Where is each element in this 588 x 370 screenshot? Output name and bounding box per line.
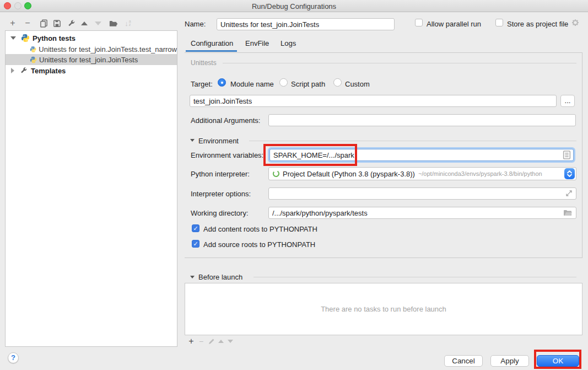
checkmark-icon: ✓ (193, 240, 198, 247)
annotation-box-env-vars (263, 144, 357, 166)
group-divider (223, 63, 576, 63)
move-task-up-icon[interactable] (217, 337, 225, 346)
interpreter-path: ~/opt/miniconda3/envs/pyspark-3.8/bin/py… (418, 170, 542, 177)
triangle-down-icon (95, 22, 101, 25)
working-directory-label: Working directory: (191, 209, 249, 217)
plus-icon: + (10, 18, 15, 28)
minus-icon: − (199, 337, 203, 346)
plus-icon: + (188, 336, 193, 346)
triangle-up-icon (218, 340, 224, 343)
interpreter-dropdown-arrows-icon[interactable] (564, 168, 575, 179)
wrench-icon (67, 19, 75, 28)
tree-item-templates[interactable]: Templates (6, 65, 177, 76)
before-launch-header: Before launch (198, 273, 242, 281)
sort-configurations-icon[interactable]: ↓ az (123, 18, 133, 28)
browse-folder-icon[interactable] (563, 209, 572, 216)
pencil-icon (208, 338, 215, 345)
target-custom-radio[interactable] (333, 78, 342, 87)
tree-item-label: Unittests for test_join.JoinTests (39, 56, 138, 64)
environment-header: Environment (198, 137, 239, 145)
tree-item-unittests-jointests-selected[interactable]: Unittests for test_join.JoinTests (6, 54, 177, 65)
checkmark-icon: ✓ (193, 225, 198, 232)
conda-env-icon (272, 170, 280, 178)
tree-item-python-tests[interactable]: Python tests (6, 33, 177, 44)
caret-closed-icon[interactable] (11, 68, 14, 73)
target-custom-label: Custom (345, 80, 370, 88)
section-divider (249, 141, 576, 141)
move-up-icon[interactable] (79, 18, 89, 28)
edit-templates-icon[interactable] (66, 18, 76, 28)
section-divider (253, 277, 576, 277)
tab-configuration[interactable]: Configuration (191, 39, 233, 50)
copy-icon (40, 19, 48, 28)
unittests-group-label: Unittests (191, 59, 217, 67)
target-module-input[interactable] (190, 95, 557, 107)
sort-arrow-icon: ↓ (125, 19, 128, 28)
caret-open-icon[interactable] (10, 36, 16, 40)
store-options-gear-icon[interactable] (571, 18, 580, 27)
before-launch-collapse-icon[interactable] (190, 276, 195, 278)
tab-logs[interactable]: Logs (280, 39, 296, 50)
store-as-project-file-checkbox[interactable] (495, 19, 503, 26)
allow-parallel-run-checkbox[interactable] (415, 19, 423, 26)
apply-button[interactable]: Apply (490, 355, 529, 367)
tree-item-label: Templates (31, 67, 66, 75)
python-icon (30, 56, 37, 63)
target-script-path-label: Script path (291, 80, 325, 88)
additional-arguments-label: Additional Arguments: (191, 116, 260, 125)
tab-envfile[interactable]: EnvFile (245, 39, 269, 50)
interpreter-options-label: Interpreter options: (191, 190, 251, 198)
target-script-path-radio[interactable] (279, 78, 288, 87)
tree-item-label: Unittests for test_join.JoinTests.test_n… (39, 45, 177, 53)
add-content-roots-checkbox[interactable]: ✓ (192, 224, 199, 232)
allow-parallel-run-label: Allow parallel run (427, 20, 481, 28)
before-launch-empty-text: There are no tasks to run before launch (321, 305, 446, 313)
triangle-up-icon (81, 22, 88, 25)
expand-field-icon[interactable] (565, 190, 573, 197)
add-task-icon[interactable]: + (187, 337, 196, 346)
additional-arguments-input[interactable] (268, 114, 576, 126)
add-configuration-icon[interactable]: + (8, 18, 18, 28)
sort-az-icon: az (129, 20, 131, 26)
wrench-icon (20, 67, 28, 74)
move-task-down-icon[interactable] (226, 337, 235, 346)
python-icon (30, 46, 36, 53)
triangle-down-icon (228, 340, 233, 343)
annotation-box-ok-button (534, 350, 581, 369)
browse-target-button[interactable]: ... (560, 95, 575, 107)
configurations-tree: Python tests Unittests for test_join.Joi… (5, 30, 177, 347)
python-interpreter-label: Python interpreter: (191, 170, 250, 178)
store-as-project-file-label: Store as project file (507, 20, 568, 28)
help-button[interactable]: ? (8, 352, 19, 363)
name-label: Name: (185, 20, 206, 28)
create-folder-icon[interactable] (109, 18, 118, 28)
environment-collapse-icon[interactable] (190, 139, 195, 142)
target-module-name-label: Module name (230, 80, 274, 88)
active-tab-underline (186, 50, 237, 52)
edit-task-icon[interactable] (207, 337, 216, 346)
before-launch-task-list: There are no tasks to run before launch (185, 283, 582, 335)
add-content-roots-label: Add content roots to PYTHONPATH (203, 225, 317, 233)
move-down-icon[interactable] (93, 18, 103, 28)
folder-plus-icon (109, 19, 118, 28)
environment-variables-label: Environment variables: (191, 151, 263, 159)
remove-task-icon[interactable]: − (197, 337, 206, 346)
remove-configuration-icon[interactable]: − (23, 18, 33, 28)
name-input[interactable] (217, 18, 395, 30)
minus-icon: − (25, 18, 30, 28)
interpreter-value: Project Default (Python 3.8 (pyspark-3.8… (283, 170, 415, 178)
save-icon (53, 19, 61, 28)
edit-env-vars-icon[interactable] (563, 151, 571, 159)
python-icon (21, 34, 30, 42)
cancel-button[interactable]: Cancel (444, 355, 483, 367)
working-directory-input[interactable] (268, 207, 576, 219)
copy-configuration-icon[interactable] (39, 18, 48, 28)
add-source-roots-label: Add source roots to PYTHONPATH (203, 240, 315, 249)
python-interpreter-select[interactable]: Project Default (Python 3.8 (pyspark-3.8… (268, 167, 576, 180)
target-module-name-radio[interactable] (218, 78, 226, 87)
tree-item-unittests-test-narrow[interactable]: Unittests for test_join.JoinTests.test_n… (6, 44, 177, 55)
add-source-roots-checkbox[interactable]: ✓ (192, 240, 199, 248)
save-configuration-icon[interactable] (52, 18, 62, 28)
interpreter-options-input[interactable] (268, 187, 576, 200)
window-title: Run/Debug Configurations (0, 2, 588, 10)
